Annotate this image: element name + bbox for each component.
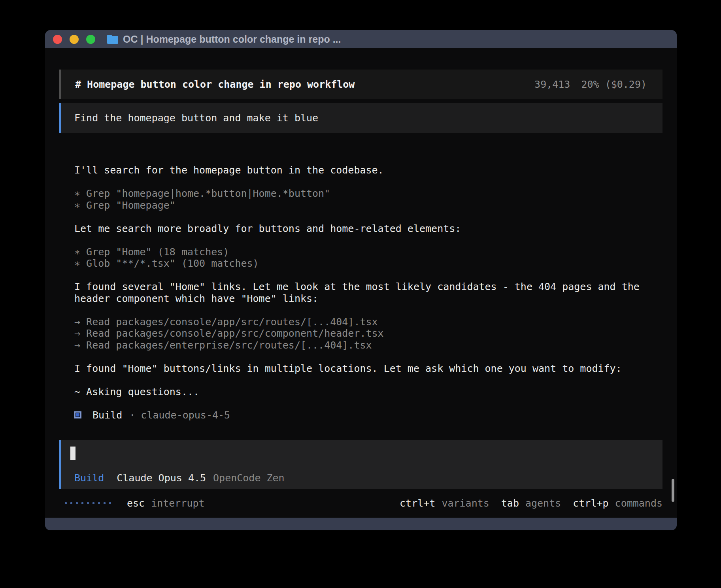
transcript-line: ∗ Grep "homepage|home.*button|Home.*butt… xyxy=(74,188,662,200)
folder-icon xyxy=(107,35,118,44)
session-stats: 39,413 20% ($0.29) xyxy=(534,79,647,90)
status-bar: esc interrupt ctrl+t variants tab agents… xyxy=(45,497,677,509)
interrupt-label: interrupt xyxy=(151,498,204,509)
activity-dot xyxy=(76,502,78,504)
agent-name: Build xyxy=(92,409,122,421)
agent-status-line: Build·claude-opus-4-5 xyxy=(74,409,662,421)
shortcut-agents: tab agents xyxy=(501,498,561,509)
transcript-blank-line xyxy=(74,176,662,188)
transcript-line: → Read packages/console/app/src/componen… xyxy=(74,328,662,339)
provider-label: OpenCode Zen xyxy=(213,472,285,484)
model-label[interactable]: Claude Opus 4.5 xyxy=(117,472,206,484)
commands-label: commands xyxy=(615,498,662,509)
esc-key-hint: esc xyxy=(127,498,145,509)
activity-dot xyxy=(81,502,83,504)
titlebar[interactable]: OC | Homepage button color change in rep… xyxy=(45,30,677,48)
activity-dot xyxy=(70,502,72,504)
transcript-blank-line xyxy=(74,270,662,281)
activity-dot xyxy=(87,502,89,504)
token-count: 39,413 xyxy=(534,79,570,90)
window-bottom-chrome xyxy=(45,518,677,530)
context-usage: 20% ($0.29) xyxy=(581,79,647,90)
transcript-blank-line xyxy=(74,234,662,246)
status-bar-left: esc interrupt xyxy=(59,498,205,509)
session-header: # Homepage button color change in repo w… xyxy=(59,70,662,99)
terminal-window: OC | Homepage button color change in rep… xyxy=(45,30,677,530)
transcript-line: ~ Asking questions... xyxy=(74,386,662,398)
activity-dot xyxy=(65,502,67,504)
variants-label: variants xyxy=(442,498,489,509)
status-bar-right: ctrl+t variants tab agents ctrl+p comman… xyxy=(400,498,662,509)
ctrl-t-key-hint: ctrl+t xyxy=(400,498,435,509)
transcript-line: → Read packages/enterprise/src/routes/[.… xyxy=(74,339,662,351)
ctrl-p-key-hint: ctrl+p xyxy=(573,498,608,509)
user-message: Find the homepage button and make it blu… xyxy=(59,103,662,133)
model-line: BuildClaude Opus 4.5OpenCode Zen xyxy=(74,473,662,483)
transcript-line: ∗ Glob "**/*.tsx" (100 matches) xyxy=(74,258,662,270)
scrollbar-thumb[interactable] xyxy=(672,479,674,502)
agents-label: agents xyxy=(525,498,561,509)
separator-dot: · xyxy=(129,409,135,421)
window-title-wrap: OC | Homepage button color change in rep… xyxy=(107,34,341,45)
traffic-lights xyxy=(53,35,95,44)
user-message-text: Find the homepage button and make it blu… xyxy=(74,112,318,124)
transcript-line: header component which have "Home" links… xyxy=(74,293,662,305)
transcript-blank-line xyxy=(74,304,662,316)
session-title: # Homepage button color change in repo w… xyxy=(75,79,355,90)
model-id: claude-opus-4-5 xyxy=(141,409,230,421)
close-button[interactable] xyxy=(53,35,62,44)
agent-icon xyxy=(74,411,81,418)
transcript-line: Let me search more broadly for buttons a… xyxy=(74,223,662,235)
agent-mode-label[interactable]: Build xyxy=(74,472,104,484)
transcript-line: ∗ Grep "Home" (18 matches) xyxy=(74,246,662,258)
shortcut-variants: ctrl+t variants xyxy=(400,498,489,509)
transcript-blank-line xyxy=(74,351,662,363)
tab-key-hint: tab xyxy=(501,498,519,509)
activity-dot xyxy=(98,502,100,504)
transcript-line: I found several "Home" links. Let me loo… xyxy=(74,281,662,293)
transcript-line: ∗ Grep "Homepage" xyxy=(74,200,662,211)
transcript-line: I found "Home" buttons/links in multiple… xyxy=(74,363,662,375)
transcript-blank-line xyxy=(74,211,662,223)
window-title: OC | Homepage button color change in rep… xyxy=(123,34,341,45)
activity-dot xyxy=(92,502,94,504)
prompt-input[interactable]: BuildClaude Opus 4.5OpenCode Zen xyxy=(59,440,662,489)
zoom-button[interactable] xyxy=(86,35,95,44)
terminal-content: # Homepage button color change in repo w… xyxy=(45,48,677,518)
activity-dot xyxy=(109,502,111,504)
transcript: I'll search for the homepage button in t… xyxy=(59,164,662,421)
transcript-line: I'll search for the homepage button in t… xyxy=(74,164,662,176)
minimize-button[interactable] xyxy=(70,35,79,44)
activity-dots xyxy=(65,502,111,504)
activity-dot xyxy=(104,502,106,504)
transcript-blank-line xyxy=(74,374,662,386)
transcript-blank-line xyxy=(74,398,662,409)
text-cursor xyxy=(70,447,75,460)
shortcut-commands: ctrl+p commands xyxy=(573,498,662,509)
transcript-line: → Read packages/console/app/src/routes/[… xyxy=(74,316,662,328)
